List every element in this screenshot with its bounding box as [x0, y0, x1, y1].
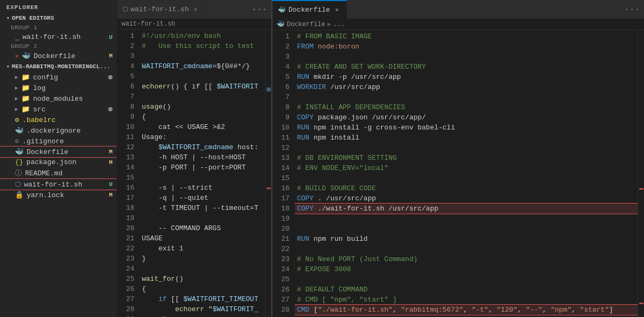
code-line: RUN npm install: [295, 133, 638, 143]
sidebar-item-dockerignore[interactable]: 🐳 .dockerignore: [0, 125, 117, 136]
code-line: # DB ENVIRONMENT SETTING: [295, 153, 638, 163]
badge-m: M: [109, 149, 112, 155]
json-icon: {}: [15, 158, 23, 166]
tab-label: wait-for-it.sh: [131, 5, 189, 13]
tab-more-button[interactable]: ···: [247, 0, 271, 19]
code-line: [295, 92, 638, 102]
code-line: }: [140, 254, 265, 264]
code-line: FROM node:boron: [295, 42, 638, 52]
code-line: -q | --quiet: [140, 193, 265, 203]
project-header[interactable]: ▾ MES-RABBITMQ-MONITORINGCL...: [0, 61, 117, 72]
code-line: $WAITFORIT_cmdname host:: [140, 142, 265, 152]
item-label: config: [33, 74, 58, 82]
breadcrumb-ellipsis: ...: [333, 21, 345, 28]
shell-icon: ⬡: [15, 180, 21, 189]
sidebar-item-wait-for-it-open[interactable]: ⎯ wait-for-it.sh U: [0, 32, 117, 42]
sidebar-item-dockerfile-open[interactable]: ✕ 🐳 Dockerfile M: [0, 51, 117, 61]
code-line: # CMD [ "npm", "start" ]: [295, 295, 638, 305]
chevron-icon: ▶: [15, 95, 18, 102]
sidebar-item-package-json[interactable]: {} package.json M: [0, 157, 117, 167]
item-label: yarn.lock: [27, 191, 64, 199]
code-line: -- COMMAND ARGS: [140, 223, 265, 233]
folder-icon: 📁: [21, 84, 30, 92]
sidebar-item-node-modules[interactable]: ▶ 📁 node_modules: [0, 93, 117, 104]
code-line-highlighted-18: COPY ./wait-for-it.sh /usr/src/app: [295, 204, 638, 214]
item-label: .gitignore: [22, 137, 64, 145]
code-line: [295, 274, 638, 285]
left-editor-panel: ⬡ wait-for-it.sh ✕ ··· wait-for-it.sh 12…: [117, 0, 272, 317]
left-scrollbar[interactable]: [265, 30, 271, 317]
code-line: COPY package.json /usr/src/app/: [295, 112, 638, 123]
code-line: [140, 264, 265, 274]
folder-icon: 📁: [21, 73, 30, 82]
item-label: src: [33, 105, 45, 113]
sidebar-item-gitignore[interactable]: ⊙ .gitignore: [0, 136, 117, 147]
project-label: MES-RABBITMQ-MONITORINGCL...: [12, 63, 110, 70]
chevron-icon: ▶: [15, 106, 18, 112]
sidebar-item-readme[interactable]: ⓘ README.md: [0, 167, 117, 179]
code-line: if [[ $WAITFORIT_TIMEOUT: [140, 294, 265, 304]
chevron-icon: ▶: [15, 74, 18, 80]
code-line: #!/usr/bin/env bash: [140, 31, 265, 41]
chevron-icon: ▾: [6, 63, 10, 70]
code-line-highlighted-28: CMD ["./wait-for-it.sh", "rabbitmq:5672"…: [295, 305, 638, 315]
tab-close-button[interactable]: ✕: [333, 6, 341, 14]
sidebar-item-config[interactable]: ▶ 📁 config: [0, 72, 117, 83]
sidebar-item-wait-for-it[interactable]: ⬡ wait-for-it.sh U: [0, 179, 117, 190]
code-line: [295, 224, 638, 234]
docker-icon: 🐳: [15, 148, 23, 156]
code-line: WORKDIR /usr/src/app: [295, 82, 638, 92]
sidebar-header: EXPLORER: [0, 0, 117, 13]
sidebar-item-babelrc[interactable]: ⚙ .babelrc: [0, 115, 117, 125]
code-line: [140, 92, 265, 102]
code-line: echoerr "$WAITFORIT_: [140, 304, 265, 314]
info-icon: ⓘ: [15, 168, 22, 178]
code-line: -h HOST | --host=HOST: [140, 152, 265, 162]
left-line-numbers: 12345 678910 1112131415 1617181920 21222…: [117, 30, 140, 317]
tab-wait-for-it[interactable]: ⬡ wait-for-it.sh ✕: [117, 0, 206, 19]
shell-icon: ⎯: [15, 33, 19, 41]
sidebar-item-yarn-lock[interactable]: 🔒 yarn.lock M: [0, 190, 117, 200]
code-line: # EXPOSE 3000: [295, 264, 638, 274]
dot-badge: [108, 75, 112, 79]
open-editors-header[interactable]: ▾ OPEN EDITORS: [0, 13, 117, 23]
right-scrollbar[interactable]: [638, 30, 644, 317]
left-code-lines: #!/usr/bin/env bash # Use this script to…: [140, 30, 265, 317]
left-code-content: 12345 678910 1112131415 1617181920 21222…: [117, 30, 271, 317]
breadcrumb-text: wait-for-it.sh: [122, 20, 175, 28]
code-line: Usage:: [140, 132, 265, 142]
item-label: log: [33, 84, 45, 92]
sidebar-item-dockerfile[interactable]: 🐳 Dockerfile M: [0, 147, 117, 157]
code-line: [140, 173, 265, 183]
item-label: .dockerignore: [27, 127, 80, 135]
code-line: [140, 71, 265, 82]
badge-m: M: [109, 192, 112, 198]
code-line: # Use this script to test: [140, 41, 265, 51]
dot-badge: [108, 107, 112, 111]
right-editor-panel: 🐳 Dockerfile ✕ ··· 🐳 Dockerfile ▶ ... 12…: [272, 0, 644, 317]
group1-label: GROUP 1: [0, 23, 117, 32]
code-line: [140, 213, 265, 223]
docker-icon: 🐳: [15, 126, 23, 135]
open-editors-label: OPEN EDITORS: [12, 15, 54, 21]
tab-close-button[interactable]: ✕: [191, 5, 200, 14]
item-label: .babelrc: [22, 116, 55, 124]
docker-icon: 🐳: [22, 52, 30, 60]
badge-u: U: [109, 34, 112, 40]
docker-icon: 🐳: [278, 6, 286, 14]
file-label: Dockerfile: [34, 52, 75, 60]
sidebar-item-log[interactable]: ▶ 📁 log: [0, 83, 117, 93]
code-line: RUN mkdir -p /usr/src/app: [295, 72, 638, 82]
left-breadcrumb: wait-for-it.sh: [117, 19, 271, 30]
code-line: cat << USAGE >&2: [140, 122, 265, 132]
sidebar-item-src[interactable]: ▶ 📁 src: [0, 104, 117, 115]
tab-more-button[interactable]: ···: [620, 0, 644, 19]
code-line: usage(): [140, 102, 265, 112]
folder-icon: 📁: [21, 94, 30, 103]
tab-dockerfile[interactable]: 🐳 Dockerfile ✕: [272, 0, 347, 19]
code-line: -t TIMEOUT | --timeout=T: [140, 203, 265, 213]
code-line: -s | --strict: [140, 183, 265, 193]
right-tabs-bar: 🐳 Dockerfile ✕ ···: [272, 0, 644, 19]
folder-icon: 📁: [21, 105, 30, 113]
code-line: wait_for(): [140, 274, 265, 284]
